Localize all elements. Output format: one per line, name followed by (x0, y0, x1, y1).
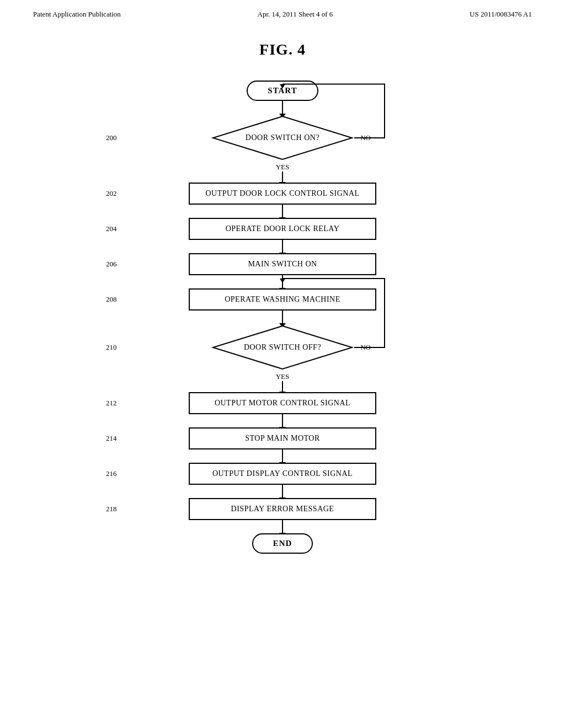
rect-212: OUTPUT MOTOR CONTROL SIGNAL (189, 392, 376, 414)
arrow-214-216 (282, 449, 283, 463)
arrow-208-210 (282, 311, 283, 324)
step-214: 214 STOP MAIN MOTOR (89, 427, 476, 449)
start-terminal: START (247, 81, 318, 101)
arrow-210-212 (282, 381, 283, 392)
arrow-212-214 (282, 414, 283, 427)
step-end: END (89, 533, 476, 554)
figure-title: FIG. 4 (0, 41, 565, 58)
step-210: 210 DOOR SWITCH OFF? NO (89, 324, 476, 371)
arrow-202-204 (282, 205, 283, 218)
yes-label-210: YES (276, 372, 290, 381)
step-212: 212 OUTPUT MOTOR CONTROL SIGNAL (89, 392, 476, 414)
no-label-200: NO (360, 133, 371, 142)
step-label-216: 216 (106, 469, 117, 478)
rect-204: OPERATE DOOR LOCK RELAY (189, 218, 376, 240)
flowchart: START 200 DOOR SWITCH ON? NO YES 202 (89, 81, 476, 554)
step-200: 200 DOOR SWITCH ON? NO (89, 114, 476, 162)
header-left: Patent Application Publication (33, 10, 121, 19)
step-218: 218 DISPLAY ERROR MESSAGE (89, 498, 476, 520)
header-right: US 2011/0083476 A1 (470, 10, 532, 19)
diamond-210-label: DOOR SWITCH OFF? (244, 343, 321, 352)
rect-214: STOP MAIN MOTOR (189, 427, 376, 449)
yes-label-200: YES (276, 163, 290, 172)
step-label-206: 206 (106, 260, 117, 269)
step-208: 208 OPERATE WASHING MACHINE (89, 288, 476, 311)
header-center: Apr. 14, 2011 Sheet 4 of 6 (258, 10, 333, 19)
end-terminal: END (252, 533, 313, 554)
step-206: 206 MAIN SWITCH ON (89, 253, 476, 275)
rect-208: OPERATE WASHING MACHINE (189, 288, 376, 311)
step-label-208: 208 (106, 295, 117, 304)
step-204: 204 OPERATE DOOR LOCK RELAY (89, 218, 476, 240)
flowchart-inner: START 200 DOOR SWITCH ON? NO YES 202 (89, 81, 476, 554)
page-header: Patent Application Publication Apr. 14, … (0, 0, 565, 24)
step-start: START (89, 81, 476, 101)
step-label-212: 212 (106, 399, 117, 408)
step-216: 216 OUTPUT DISPLAY CONTROL SIGNAL (89, 463, 476, 485)
rect-216: OUTPUT DISPLAY CONTROL SIGNAL (189, 463, 376, 485)
no-label-210: NO (360, 343, 371, 352)
rect-202: OUTPUT DOOR LOCK CONTROL SIGNAL (189, 183, 376, 205)
arrow-start-200 (282, 101, 283, 114)
step-202: 202 OUTPUT DOOR LOCK CONTROL SIGNAL (89, 183, 476, 205)
rect-218: DISPLAY ERROR MESSAGE (189, 498, 376, 520)
step-label-200: 200 (106, 133, 117, 142)
step-label-204: 204 (106, 224, 117, 233)
step-label-210: 210 (106, 343, 117, 352)
arrow-216-218 (282, 485, 283, 498)
step-label-218: 218 (106, 505, 117, 513)
diamond-200-label: DOOR SWITCH ON? (246, 133, 319, 142)
rect-206: MAIN SWITCH ON (189, 253, 376, 275)
arrow-218-end (282, 520, 283, 533)
arrow-200-202 (282, 172, 283, 183)
arrow-206-208 (282, 275, 283, 288)
arrow-204-206 (282, 240, 283, 253)
step-label-202: 202 (106, 189, 117, 198)
step-label-214: 214 (106, 434, 117, 443)
